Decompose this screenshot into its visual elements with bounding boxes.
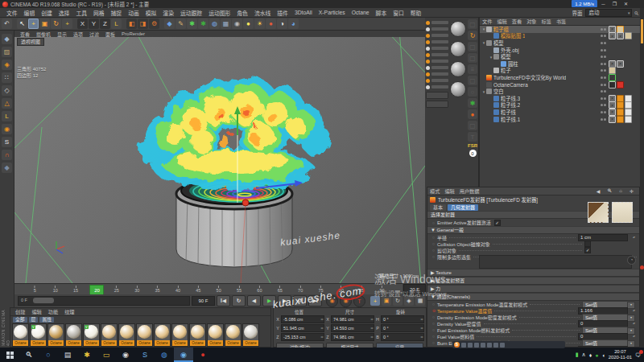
material-item-12[interactable]: Octane bbox=[207, 323, 224, 347]
brush-tool-10[interactable] bbox=[426, 84, 448, 90]
add-cube-icon[interactable]: ◆ bbox=[164, 19, 175, 29]
material-item-10[interactable]: Octane bbox=[171, 323, 188, 347]
taskbar-clock[interactable]: 20:072020-11-01 bbox=[609, 349, 632, 360]
minimize-button[interactable]: ─ bbox=[598, 0, 609, 7]
visibility-dots[interactable] bbox=[601, 90, 606, 93]
section-力[interactable]: ▶ 力 bbox=[427, 285, 639, 293]
sky-icon[interactable]: ☀ bbox=[254, 19, 265, 29]
loop-button[interactable]: ↻ bbox=[232, 295, 246, 306]
sogou-logo[interactable]: S bbox=[454, 342, 460, 348]
menu-item-0[interactable]: 文件 bbox=[3, 9, 21, 17]
strip-button-2[interactable] bbox=[426, 101, 448, 108]
polygon-selection-box[interactable] bbox=[479, 255, 632, 269]
section-粒子发射预置[interactable]: ▶ 粒子发射预置 bbox=[427, 277, 639, 285]
visibility-dots[interactable] bbox=[601, 84, 606, 86]
viewport-solo-icon[interactable]: ◉ bbox=[2, 124, 12, 134]
emitter-active-checkbox[interactable]: ✓ bbox=[494, 220, 501, 226]
visibility-dots[interactable] bbox=[601, 76, 606, 79]
record-button[interactable]: ● bbox=[193, 348, 213, 362]
right-scroll-strip[interactable] bbox=[640, 8, 644, 348]
object-menu-item-5[interactable]: 书签 bbox=[554, 18, 568, 25]
polygons-mode-icon[interactable]: △ bbox=[2, 98, 12, 109]
size-x-field[interactable]: 74.981 cm bbox=[331, 315, 374, 323]
coord-system-icon[interactable]: L bbox=[111, 19, 122, 29]
tag-x[interactable]: ✕ bbox=[609, 32, 616, 39]
layout-dropdown[interactable]: 启动 bbox=[585, 9, 632, 17]
material-item-6[interactable]: Octane bbox=[101, 323, 118, 347]
tag-flag[interactable] bbox=[625, 116, 632, 123]
lock-icon[interactable]: ✛ bbox=[627, 188, 636, 194]
position-y-field[interactable]: 51.945 cm bbox=[281, 324, 324, 332]
move-icon[interactable]: + bbox=[28, 19, 39, 29]
preview-sphere-2[interactable] bbox=[450, 61, 466, 77]
lock-icon[interactable]: ◆ bbox=[2, 162, 12, 173]
menu-item-4[interactable]: 工具 bbox=[72, 9, 90, 17]
tray-chevron-icon[interactable]: ∧ bbox=[582, 352, 586, 358]
material-item-13[interactable]: Octane bbox=[225, 323, 242, 347]
section-channels[interactable]: ▼ 通道(Channels) bbox=[427, 293, 639, 301]
general-row-2-checkbox[interactable]: ✓ bbox=[584, 247, 591, 253]
light-icon[interactable]: ● bbox=[243, 19, 254, 29]
visibility-dots[interactable] bbox=[601, 42, 606, 44]
command-icon-8[interactable]: ● bbox=[468, 109, 477, 119]
viewport-menu-item-3[interactable]: 选项 bbox=[71, 31, 85, 38]
menu-item-6[interactable]: 捕捉 bbox=[108, 9, 126, 17]
viewport[interactable]: 查看摄像机显示选项过滤面板ProRender 透视视图 三角形 40752四边形… bbox=[14, 31, 425, 283]
tag-x[interactable]: ✕ bbox=[609, 116, 616, 123]
render-view-icon[interactable]: ◧ bbox=[126, 19, 137, 29]
start-button[interactable] bbox=[0, 348, 19, 362]
object-row-粒子线[interactable]: 粒子线✕ bbox=[480, 109, 640, 116]
display-icon[interactable]: ◑ bbox=[277, 19, 287, 29]
menu-item-9[interactable]: 渲染 bbox=[159, 9, 177, 17]
material-item-5[interactable]: OctaneV bbox=[83, 323, 100, 347]
strip-button-1[interactable] bbox=[426, 92, 448, 99]
range-thumb[interactable] bbox=[33, 298, 54, 303]
sogou-tool-icon-0[interactable] bbox=[461, 343, 466, 348]
search-icon[interactable]: 🔍︎ bbox=[605, 188, 614, 194]
axis-z-button[interactable]: Z bbox=[100, 19, 110, 29]
move-handle[interactable] bbox=[242, 200, 249, 206]
close-button[interactable]: ✕ bbox=[621, 0, 631, 7]
viewport-menu-item-6[interactable]: ProRender bbox=[119, 31, 147, 36]
preview-sphere-3[interactable] bbox=[450, 81, 466, 97]
object-menu-item-3[interactable]: 对象 bbox=[524, 18, 539, 25]
command-icon-1[interactable]: ↻ bbox=[468, 31, 477, 40]
menu-item-1[interactable]: 编辑 bbox=[21, 9, 39, 17]
workplane-icon[interactable]: ◈ bbox=[2, 60, 12, 70]
visibility-dots[interactable] bbox=[601, 118, 606, 121]
object-row-粒子组[interactable]: ▾粒子组✕ bbox=[480, 26, 640, 33]
material-icon[interactable]: ● bbox=[266, 19, 276, 29]
texture-mode-icon[interactable]: ▨ bbox=[2, 47, 12, 57]
previous-frame-button[interactable]: ◀ bbox=[247, 295, 261, 306]
visibility-dots[interactable] bbox=[601, 104, 606, 106]
section-Texture[interactable]: ▶ Texture bbox=[427, 269, 639, 277]
object-row-模型[interactable]: ▾模型 bbox=[480, 39, 640, 47]
volume-icon[interactable]: ▦ bbox=[221, 19, 231, 29]
object-row-OctaneCamera[interactable]: OctaneCamera✕ bbox=[480, 81, 640, 88]
axis-x-button[interactable]: X bbox=[77, 19, 88, 29]
tray-volume-icon[interactable]: ◖ bbox=[602, 352, 605, 358]
sogou-tool-icon-1[interactable] bbox=[468, 343, 473, 348]
object-row-空白[interactable]: ▾空白 bbox=[480, 88, 640, 95]
material-menu-item-1[interactable]: 编辑 bbox=[29, 308, 43, 315]
sogou-tool-icon-3[interactable] bbox=[481, 343, 485, 348]
object-menu-item-1[interactable]: 编辑 bbox=[494, 18, 509, 25]
live-selection-icon[interactable]: ↖ bbox=[17, 19, 27, 29]
command-icon-7[interactable]: ✱ bbox=[468, 98, 477, 108]
material-item-8[interactable]: Octane bbox=[136, 323, 153, 347]
render-picture-viewer-icon[interactable]: ◨ bbox=[138, 19, 148, 29]
viewport-menu-item-1[interactable]: 摄像机 bbox=[34, 31, 53, 38]
preview-range-slider[interactable]: 0 F bbox=[18, 296, 190, 306]
visibility-dots[interactable] bbox=[601, 56, 606, 58]
tray-phone-icon[interactable]: ▮ bbox=[576, 352, 579, 358]
selection-picker-icon[interactable]: ◔ bbox=[627, 256, 636, 265]
brush-tool-3[interactable] bbox=[426, 39, 448, 45]
material-item-9[interactable]: Octane bbox=[154, 323, 171, 347]
xparticles-icon[interactable]: ◍ bbox=[209, 19, 220, 29]
scale-icon[interactable]: ▣ bbox=[39, 19, 50, 29]
rotation-b-field[interactable]: 0 ° bbox=[381, 333, 424, 341]
viewport-menu-item-5[interactable]: 面板 bbox=[103, 31, 118, 38]
menu-item-19[interactable]: 窗口 bbox=[390, 9, 407, 17]
snap-icon[interactable]: S bbox=[2, 137, 12, 147]
octane-icon[interactable]: ◕ bbox=[288, 19, 299, 29]
